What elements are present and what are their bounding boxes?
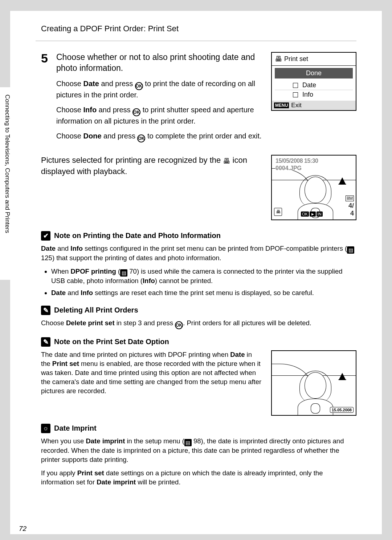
note-title: Date Imprint [54,424,97,432]
print-order-icon: 🖶 [223,156,230,166]
playback-row: Pictures selected for printing are recog… [41,155,356,220]
note-date-imprint: ☼ Date Imprint When you use Date imprint… [41,424,356,487]
ok-icon: OK [137,134,145,142]
note-printing-date-info: ✔ Note on Printing the Date and Photo In… [41,231,356,298]
ok-icon: OK [132,108,140,116]
playback-date: 15/05/2008 15:30 [275,158,318,164]
ok-icon: OK [175,321,183,329]
pencil-icon: ✎ [41,337,50,347]
playback-count: 4/ [348,202,354,209]
note1-bullet-1: When DPOF printing (▤ 70) is used while … [51,267,356,286]
page-number: 72 [19,525,26,533]
sailboat-icon [339,177,346,184]
page: Creating a DPOF Print Order: Print Set 5… [10,11,382,534]
page-ref-icon: ▤ [120,269,127,277]
side-tab-label: Connecting to Televisions, Computers and… [0,94,11,233]
resolution-badge: 8M [346,196,354,201]
page-ref-icon: ▤ [184,439,192,446]
menu-done[interactable]: Done [275,68,353,78]
check-icon: ✔ [41,231,50,241]
menu-date[interactable]: Date [275,81,353,90]
note-title: Deleting All Print Orders [54,306,138,314]
playback-filename: 0004.JPG [275,165,302,172]
printer-icon: 🖶 [275,55,282,63]
menu-header: 🖶 Print set [272,53,356,66]
ok-icon: OK [135,82,143,90]
note3-image: 15.05.2008 [271,350,356,416]
menu-info-label: Info [302,91,313,98]
menu-info[interactable]: Info [275,90,353,99]
playback-ok-strip: OK►IN [301,211,323,217]
step-p2: Choose Info and press OK to print shutte… [56,105,264,126]
print-order-icon: 🖶 [274,208,282,216]
sailboat-icon [339,373,346,379]
menu-exit-label: Exit [291,102,301,109]
checkbox-icon [293,83,298,88]
info-icon: ☼ [41,424,50,433]
note-title: Note on Printing the Date and Photo Info… [54,231,221,240]
step-heading: Choose whether or not to also print shoo… [56,52,264,74]
person-illustration [295,372,336,416]
note-print-set-date: ✎ Note on the Print Set Date Option The … [41,337,356,416]
playback-total: 4 [350,210,354,217]
print-set-menu: 🖶 Print set Done Date Info MENU Exit [271,52,356,111]
checkbox-icon [293,92,298,97]
menu-date-label: Date [302,81,316,89]
note-title: Note on the Print Set Date Option [54,338,169,346]
note-delete-orders: ✎ Deleting All Print Orders Choose Delet… [41,306,356,329]
step-p1: Choose Date and press OK to print the da… [56,79,264,100]
menu-title: Print set [284,55,308,63]
step-body: Choose whether or not to also print shoo… [56,52,264,148]
step-number: 5 [41,52,49,64]
step-5: 5 Choose whether or not to also print sh… [36,52,356,148]
pencil-icon: ✎ [41,306,50,315]
section-title: Creating a DPOF Print Order: Print Set [41,24,356,33]
step-p3: Choose Done and press OK to complete the… [56,131,264,142]
imprint-date: 15.05.2008 [330,407,354,413]
note1-bullet-2: Date and Info settings are reset each ti… [51,289,356,298]
page-ref-icon: ▤ [347,246,354,254]
playback-text: Pictures selected for printing are recog… [41,155,260,220]
playback-image: 15/05/2008 15:30 0004.JPG 🖶 OK►IN 8M 4/ … [271,155,356,220]
title-rule [36,41,356,41]
menu-tag-icon: MENU [274,102,289,108]
menu-footer: MENU Exit [272,101,356,110]
